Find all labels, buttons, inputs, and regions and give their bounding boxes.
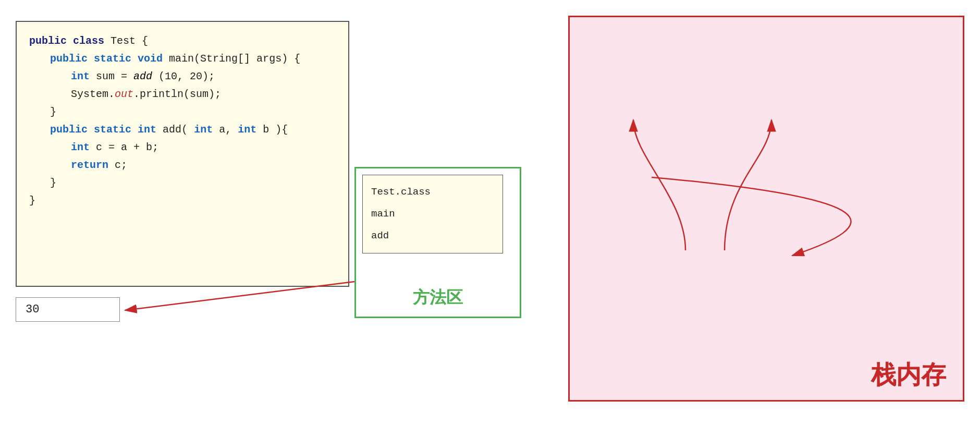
- code-line-10: }: [29, 192, 336, 210]
- code-line-6: public static int add( int a, int b ){: [29, 121, 336, 139]
- code-line-1: public class Test {: [29, 32, 336, 50]
- keyword-public: public: [29, 35, 67, 47]
- method-area-label: 方法区: [356, 286, 520, 309]
- output-box: 30: [16, 297, 120, 322]
- code-line-9: }: [29, 174, 336, 192]
- code-line-5: }: [29, 103, 336, 121]
- stack-area: ... int add(int a , int b) a b 10 20 int…: [568, 16, 964, 402]
- method-main: main: [371, 203, 494, 225]
- code-line-3: int sum = add (10, 20);: [29, 68, 336, 86]
- code-line-4: System.out.println(sum);: [29, 86, 336, 103]
- code-line-7: int c = a + b;: [29, 139, 336, 156]
- class-name: Test.class: [371, 181, 494, 203]
- keyword-class: class: [73, 35, 104, 47]
- method-area: Test.class main add 方法区: [354, 167, 521, 318]
- code-panel: public class Test { public static void m…: [16, 21, 349, 287]
- code-line-8: return c;: [29, 156, 336, 174]
- code-line-2: public static void main(String[] args) {: [29, 50, 336, 68]
- method-add: add: [371, 225, 494, 247]
- stack-label: 栈内存: [871, 358, 946, 392]
- output-value: 30: [26, 303, 39, 316]
- method-area-inner: Test.class main add: [362, 175, 503, 253]
